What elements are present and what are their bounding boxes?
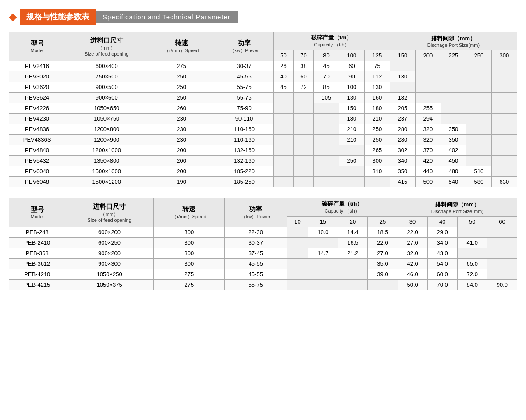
col2-10: 10 — [287, 217, 308, 227]
col-125: 125 — [364, 50, 390, 61]
title-zh: 规格与性能参数表 — [20, 9, 96, 25]
page-header: ◆ 规格与性能参数表 Specification and Technical P… — [9, 9, 517, 25]
col-300: 300 — [491, 50, 517, 61]
table-row: PEV60401500×1000200185-22031035044048051… — [9, 166, 517, 177]
table-row: PEB-42151050×37527555-7550.070.084.090.0 — [9, 280, 517, 290]
col-200: 200 — [415, 50, 441, 61]
title-en: Specification and Technical Parameter — [96, 11, 238, 23]
table-row: PEV54321350×800200132-160250300340420450 — [9, 156, 517, 166]
table-row: PEB-42101050×25027545-5539.046.060.072.0 — [9, 269, 517, 280]
table-row: PEV48361200×800230110-160210250280320350 — [9, 124, 517, 135]
table-row: PEB-2410600×25030030-3716.522.027.034.04… — [9, 238, 517, 248]
col-capacity-group: 破碎产量（t/h） Capacity （t/h） — [274, 32, 390, 50]
col2-speed: 转速 （r/min）Speed — [153, 198, 224, 227]
table-row: PEB-368900×20030037-4514.721.227.032.043… — [9, 248, 517, 259]
table1-header-row1: 型号 Model 进料口尺寸 （mm） Size of feed opening… — [9, 32, 517, 50]
col-225: 225 — [441, 50, 466, 61]
col-250: 250 — [466, 50, 491, 61]
table1-section: 型号 Model 进料口尺寸 （mm） Size of feed opening… — [9, 32, 517, 187]
table-row: PEV3620900×50025055-75457285100130 — [9, 82, 517, 93]
table-row: PEV48401200×1000200132-160265302370402 — [9, 145, 517, 156]
col-discharge-group: 排料间隙（mm） Dischage Port Size(mm) — [390, 32, 517, 50]
col-feed: 进料口尺寸 （mm） Size of feed opening — [65, 32, 148, 61]
table-row: PEV2416600×40027530-372638456075 — [9, 61, 517, 71]
table-row: PEB-248600×20030022-3010.014.418.522.029… — [9, 227, 517, 238]
col2-20: 20 — [338, 217, 368, 227]
table1: 型号 Model 进料口尺寸 （mm） Size of feed opening… — [9, 32, 517, 187]
col2-discharge-group: 排料间隙（mm） Dischage Port Size(mm) — [398, 198, 517, 217]
col-model: 型号 Model — [9, 32, 65, 61]
table-row: PEV42261050×65026075-90150180205255 — [9, 103, 517, 114]
table2-header-row1: 型号 Model 进料口尺寸 （mm） Size of feed opening… — [9, 198, 517, 217]
col2-50: 50 — [457, 217, 487, 227]
col-50: 50 — [274, 50, 294, 61]
col2-15: 15 — [308, 217, 338, 227]
col2-capacity-group: 破碎产量（t/h） Capacity （t/h） — [287, 198, 398, 217]
col-70: 70 — [293, 50, 313, 61]
table-row: PEV42301050×75023090-110180210237294 — [9, 114, 517, 124]
col-150: 150 — [390, 50, 415, 61]
col2-40: 40 — [427, 217, 457, 227]
col2-power: 功率 （kw）Power — [225, 198, 287, 227]
col-speed: 转速 （r/min）Speed — [148, 32, 215, 61]
table2: 型号 Model 进料口尺寸 （mm） Size of feed opening… — [9, 198, 517, 290]
col-power: 功率 （kw）Power — [215, 32, 273, 61]
table-row: PEB-3612900×30030045-5535.042.054.065.0 — [9, 259, 517, 269]
diamond-icon: ◆ — [9, 11, 17, 23]
table-row: PEV60481500×1200190185-25041550054058063… — [9, 177, 517, 187]
col2-30: 30 — [398, 217, 427, 227]
col2-60: 60 — [487, 217, 517, 227]
col2-model: 型号 Model — [9, 198, 65, 227]
col-80: 80 — [313, 50, 339, 61]
col-100: 100 — [339, 50, 364, 61]
table-row: PEV4836S1200×900230110-16021025028032035… — [9, 135, 517, 145]
table-row: PEV3020750×50025045-5540607090112130 — [9, 71, 517, 82]
table2-section: 型号 Model 进料口尺寸 （mm） Size of feed opening… — [9, 198, 517, 290]
table-row: PEV3624900×60025055-75105130160182 — [9, 93, 517, 103]
col2-25: 25 — [368, 217, 398, 227]
col2-feed: 进料口尺寸 （mm） Size of feed opening — [65, 198, 153, 227]
